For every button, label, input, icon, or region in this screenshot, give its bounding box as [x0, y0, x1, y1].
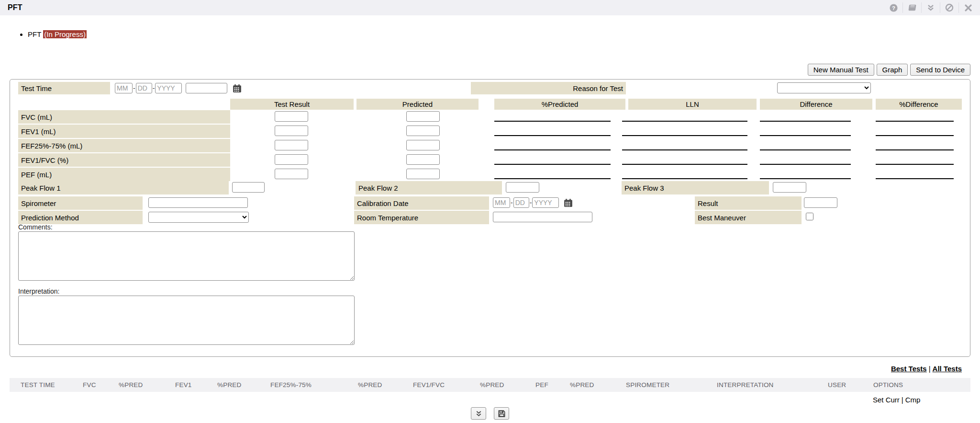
row-label: FVC (mL)	[18, 110, 230, 124]
action-separator: |	[902, 396, 903, 404]
collapse-icon[interactable]	[922, 2, 940, 13]
status-list: PFT (In Progress)	[19, 30, 87, 39]
pef-test-result-input[interactable]	[275, 169, 308, 179]
fvc-pct-difference-blank	[876, 121, 954, 122]
date-separator: -	[511, 199, 513, 206]
col-pct-pred-5: %PRED	[570, 378, 594, 392]
save-button[interactable]	[494, 407, 509, 420]
best-maneuver-label: Best Maneuver	[695, 211, 802, 224]
calendar-icon[interactable]	[563, 198, 573, 208]
room-temperature-input[interactable]	[493, 212, 592, 222]
calibration-date-inputs: - -	[493, 197, 573, 208]
row-label: FEV1 (mL)	[18, 125, 230, 138]
measure-row-pef: PEF (mL)	[10, 167, 971, 182]
help-icon[interactable]: ?	[884, 2, 902, 13]
peak-flow-1-input[interactable]	[232, 182, 265, 193]
comments-textarea[interactable]	[18, 231, 355, 281]
pft-form: Test Time - - Reason for Test Test Resul…	[10, 79, 970, 357]
status-badge: (In Progress)	[43, 30, 87, 38]
book-icon[interactable]	[903, 2, 921, 13]
test-day-input[interactable]	[136, 83, 152, 93]
prediction-method-select[interactable]	[148, 212, 249, 223]
double-chevron-down-icon	[475, 410, 482, 417]
test-month-input[interactable]	[115, 83, 133, 93]
results-table-header: TEST TIME FVC %PRED FEV1 %PRED FEF25%-75…	[10, 378, 970, 392]
close-icon[interactable]	[959, 2, 977, 13]
fev1fvc-test-result-input[interactable]	[275, 154, 308, 165]
test-time-input[interactable]	[186, 83, 227, 93]
peak-flow-2-input[interactable]	[506, 182, 539, 193]
reason-for-test-label: Reason for Test	[471, 82, 626, 94]
pef-difference-blank	[760, 178, 851, 179]
status-item-label: PFT	[28, 30, 41, 38]
send-to-device-button[interactable]: Send to Device	[910, 64, 970, 76]
pef-predicted-input[interactable]	[406, 169, 440, 179]
calibration-month-input[interactable]	[493, 197, 510, 208]
col-options: OPTIONS	[873, 378, 903, 392]
link-separator: |	[929, 365, 931, 373]
calendar-icon[interactable]	[232, 83, 242, 93]
fev1fvc-pct-predicted-blank	[494, 164, 611, 165]
fvc-test-result-input[interactable]	[275, 111, 308, 122]
cmp-link[interactable]: Cmp	[905, 396, 921, 404]
collapse-section-button[interactable]	[471, 407, 486, 420]
row-label: PEF (mL)	[18, 168, 230, 181]
fev1fvc-predicted-input[interactable]	[406, 154, 440, 165]
fev1-pct-difference-blank	[876, 135, 954, 136]
date-separator: -	[530, 199, 532, 206]
calibration-day-input[interactable]	[513, 197, 529, 208]
column-header-lln: LLN	[628, 99, 757, 110]
col-spirometer: SPIROMETER	[626, 378, 669, 392]
col-pct-pred-1: %PRED	[119, 378, 143, 392]
fvc-predicted-input[interactable]	[406, 111, 440, 122]
disable-icon[interactable]	[940, 2, 958, 13]
svg-text:?: ?	[892, 5, 895, 11]
fvc-pct-predicted-blank	[494, 121, 611, 122]
test-time-label: Test Time	[18, 82, 110, 94]
result-input[interactable]	[804, 197, 837, 208]
interpretation-label: Interpretation:	[18, 287, 59, 295]
fev1-test-result-input[interactable]	[275, 126, 308, 136]
column-header-pct-predicted: %Predicted	[494, 99, 625, 110]
fef-pct-difference-blank	[876, 149, 954, 150]
interpretation-textarea[interactable]	[18, 296, 355, 345]
peak-flow-row: Peak Flow 1 Peak Flow 2 Peak Flow 3	[10, 181, 971, 195]
peak-flow-3-input[interactable]	[773, 182, 806, 193]
bottom-bar	[0, 407, 980, 420]
prediction-row: Prediction Method Room Temperature Best …	[10, 210, 971, 225]
calibration-year-input[interactable]	[532, 197, 559, 208]
prediction-method-label: Prediction Method	[18, 211, 143, 224]
fev1fvc-pct-difference-blank	[876, 164, 954, 165]
peak-flow-1-label: Peak Flow 1	[18, 181, 229, 194]
fev1-pct-predicted-blank	[494, 135, 611, 136]
best-maneuver-checkbox[interactable]	[806, 213, 813, 220]
pef-pct-predicted-blank	[494, 178, 611, 179]
title-bar: PFT ?	[0, 0, 980, 15]
col-pct-pred-4: %PRED	[480, 378, 504, 392]
best-tests-link[interactable]: Best Tests	[891, 365, 927, 373]
col-pct-pred-2: %PRED	[217, 378, 242, 392]
column-header-test-result: Test Result	[230, 99, 354, 110]
view-links: Best Tests|All Tests	[891, 365, 962, 373]
new-manual-test-button[interactable]: New Manual Test	[808, 64, 874, 76]
reason-for-test-select[interactable]	[777, 82, 871, 93]
fvc-lln-blank	[622, 121, 747, 122]
fef-test-result-input[interactable]	[275, 140, 308, 150]
all-tests-link[interactable]: All Tests	[933, 365, 962, 373]
titlebar-icon-group: ?	[884, 0, 980, 15]
spirometer-input[interactable]	[148, 197, 248, 208]
fef-predicted-input[interactable]	[406, 140, 440, 150]
room-temperature-label: Room Temperature	[354, 211, 489, 224]
pft-screen: PFT ? PFT (In Progress)	[0, 0, 980, 423]
fev1-predicted-input[interactable]	[406, 126, 440, 136]
pef-pct-difference-blank	[876, 178, 954, 179]
fef-pct-predicted-blank	[494, 149, 611, 150]
toolbar: New Manual Test Graph Send to Device	[808, 64, 970, 76]
test-year-input[interactable]	[155, 83, 182, 93]
column-header-difference: Difference	[760, 99, 872, 110]
col-pef: PEF	[535, 378, 548, 392]
test-time-row: Test Time - -	[18, 82, 242, 94]
graph-button[interactable]: Graph	[877, 64, 908, 76]
set-curr-link[interactable]: Set Curr	[873, 396, 900, 404]
calibration-date-label: Calibration Date	[354, 196, 489, 210]
